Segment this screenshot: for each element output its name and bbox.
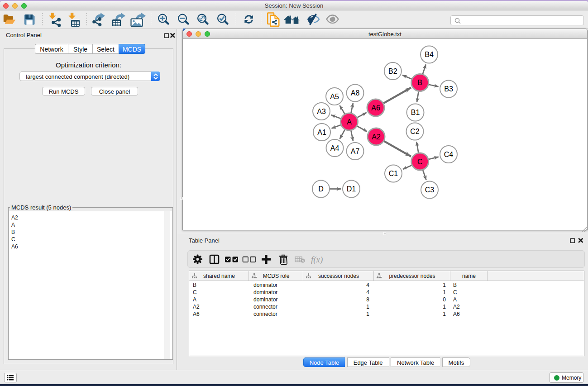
svg-text:C3: C3	[425, 186, 435, 194]
svg-text:C4: C4	[444, 151, 454, 158]
svg-text:A8: A8	[351, 89, 360, 97]
svg-text:B2: B2	[388, 67, 397, 75]
svg-text:B4: B4	[425, 51, 434, 58]
svg-text:A4: A4	[330, 144, 339, 152]
svg-text:A7: A7	[351, 148, 360, 155]
svg-text:B: B	[417, 79, 422, 86]
svg-text:A3: A3	[317, 108, 326, 115]
svg-text:A2: A2	[372, 133, 381, 141]
svg-text:B3: B3	[444, 85, 453, 93]
svg-text:A5: A5	[330, 93, 339, 100]
svg-text:A1: A1	[317, 129, 326, 136]
svg-text:D: D	[318, 185, 324, 193]
svg-text:f(x): f(x)	[311, 255, 323, 265]
svg-text:D1: D1	[347, 185, 356, 193]
svg-text:A: A	[347, 118, 352, 126]
svg-text:C2: C2	[410, 128, 420, 135]
svg-text:A6: A6	[371, 104, 380, 112]
svg-text:B1: B1	[411, 109, 420, 116]
svg-text:C1: C1	[389, 170, 398, 177]
svg-text:C: C	[417, 158, 423, 166]
